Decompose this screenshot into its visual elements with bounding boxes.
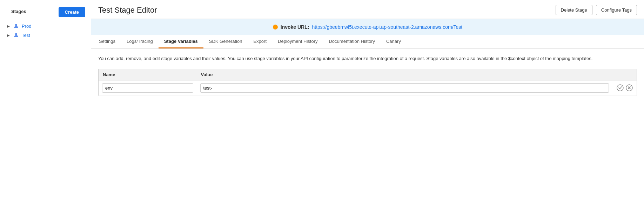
configure-tags-button[interactable]: Configure Tags: [596, 5, 637, 15]
svg-point-1: [15, 33, 17, 35]
cancel-icon[interactable]: [625, 84, 633, 92]
test-person-icon: [13, 32, 19, 38]
stage-variables-description: You can add, remove, and edit stage vari…: [98, 55, 637, 63]
var-value-input[interactable]: [200, 83, 609, 93]
col-name-header: Name: [99, 69, 197, 80]
invoke-url-label: Invoke URL:: [281, 24, 309, 30]
main-content: Test Stage Editor Delete Stage Configure…: [91, 0, 644, 203]
delete-stage-button[interactable]: Delete Stage: [556, 5, 592, 15]
sidebar-title: Stages: [6, 7, 32, 17]
table-row: [99, 80, 637, 96]
tab-sdk-generation[interactable]: SDK Generation: [203, 35, 248, 48]
tabs-bar: Settings Logs/Tracing Stage Variables SD…: [91, 35, 644, 49]
tab-export[interactable]: Export: [248, 35, 272, 48]
var-actions-cell: [612, 80, 637, 96]
invoke-url-banner: Invoke URL: https://gbeebmwl5i.execute-a…: [91, 19, 644, 35]
sidebar: Stages Create ▶ Prod ▶ Test: [0, 0, 91, 203]
stage-variables-content: You can add, remove, and edit stage vari…: [91, 49, 644, 203]
tab-logs-tracing[interactable]: Logs/Tracing: [121, 35, 159, 48]
page-title: Test Stage Editor: [98, 6, 157, 15]
sidebar-item-prod[interactable]: ▶ Prod: [0, 21, 91, 31]
var-name-cell: [99, 80, 197, 96]
tab-canary[interactable]: Canary: [381, 35, 407, 48]
prod-person-icon: [13, 23, 19, 29]
sidebar-item-test[interactable]: ▶ Test: [0, 31, 91, 40]
sidebar-header: Stages Create: [0, 4, 91, 21]
var-value-cell: [197, 80, 612, 96]
col-value-header: Value: [197, 69, 612, 80]
svg-point-0: [15, 24, 17, 26]
invoke-url-link[interactable]: https://gbeebmwl5i.execute-api.ap-southe…: [312, 24, 462, 30]
tab-deployment-history[interactable]: Deployment History: [272, 35, 323, 48]
create-button[interactable]: Create: [59, 7, 85, 17]
tab-stage-variables[interactable]: Stage Variables: [159, 35, 203, 48]
main-header: Test Stage Editor Delete Stage Configure…: [91, 0, 644, 19]
sidebar-item-test-label: Test: [22, 33, 30, 38]
var-name-input[interactable]: [102, 83, 193, 93]
stage-variables-table: Name Value: [98, 69, 637, 96]
col-action-header: [612, 69, 637, 80]
tab-settings[interactable]: Settings: [93, 35, 121, 48]
prod-arrow-icon: ▶: [7, 24, 10, 28]
tab-documentation-history[interactable]: Documentation History: [323, 35, 381, 48]
test-arrow-icon: ▶: [7, 33, 10, 37]
header-actions: Delete Stage Configure Tags: [556, 5, 637, 15]
sidebar-item-prod-label: Prod: [22, 24, 31, 29]
var-action-icons: [616, 84, 633, 92]
invoke-status-dot: [273, 25, 278, 30]
svg-point-2: [617, 85, 623, 91]
confirm-icon[interactable]: [616, 84, 624, 92]
